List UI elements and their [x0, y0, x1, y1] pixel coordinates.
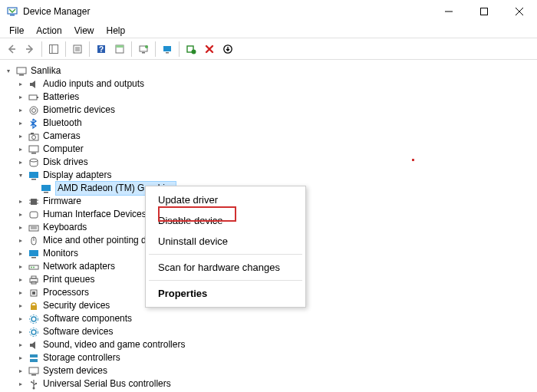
computer-icon [15, 65, 28, 77]
context-menu-item-1[interactable]: Disable device [146, 210, 305, 231]
svg-rect-47 [30, 212, 38, 218]
menu-help[interactable]: Help [100, 24, 132, 38]
tree-category-18[interactable]: ▸Software devices [3, 325, 534, 338]
maximize-button[interactable] [466, 0, 502, 23]
tree-item-label: Cameras [43, 130, 81, 143]
properties-button[interactable] [69, 41, 86, 58]
expand-collapse-icon[interactable]: ▸ [15, 340, 26, 351]
tree-item-label: Bluetooth [43, 117, 82, 130]
expand-collapse-icon[interactable]: ▸ [15, 275, 26, 285]
expand-collapse-icon[interactable]: ▸ [15, 249, 26, 259]
svg-point-74 [31, 381, 32, 383]
expand-collapse-icon[interactable]: ▸ [15, 92, 26, 103]
cpu-icon [28, 287, 40, 299]
context-menu-item-0[interactable]: Update driver [146, 189, 305, 210]
minimize-button[interactable] [431, 0, 466, 23]
menu-view[interactable]: View [68, 24, 100, 38]
expand-collapse-icon[interactable]: ▸ [15, 379, 26, 390]
svg-rect-27 [19, 74, 24, 76]
tree-item-label: Display adapters [43, 169, 111, 182]
device-manager-icon [6, 5, 18, 18]
window-title: Device Manager [23, 6, 431, 17]
tree-item-label: Human Interface Devices [43, 208, 147, 221]
tree-category-22[interactable]: ▸Universal Serial Bus controllers [3, 377, 534, 390]
tree-item-label: Security devices [43, 299, 110, 312]
context-menu-separator [149, 280, 302, 281]
expand-collapse-icon[interactable]: ▸ [15, 79, 26, 90]
tree-item-label: Audio inputs and outputs [43, 77, 144, 91]
tree-root[interactable]: ▾Sanlika [3, 64, 534, 77]
tree-category-17[interactable]: ▸Software components [3, 312, 534, 325]
expand-collapse-icon[interactable]: ▸ [15, 288, 26, 298]
computer-icon [28, 365, 40, 377]
scan-hardware-button[interactable] [135, 41, 152, 58]
svg-point-67 [30, 328, 38, 336]
expand-collapse-icon[interactable]: ▸ [15, 327, 26, 338]
context-menu-item-6[interactable]: Properties [146, 283, 305, 304]
tree-category-4[interactable]: ▸Cameras [3, 130, 534, 143]
expand-collapse-icon[interactable]: ▸ [15, 236, 26, 246]
tree-category-21[interactable]: ▸System devices [3, 364, 534, 377]
printer-icon [28, 274, 40, 286]
toolbar: ? [0, 38, 537, 60]
context-menu-item-4[interactable]: Scan for hardware changes [146, 257, 305, 278]
expand-collapse-icon[interactable]: ▸ [15, 366, 26, 377]
forward-button[interactable] [21, 41, 38, 58]
menu-file[interactable]: File [3, 24, 30, 38]
show-hide-tree-button[interactable] [45, 41, 62, 58]
fingerprint-icon [28, 104, 40, 117]
expand-collapse-icon[interactable]: ▸ [15, 157, 26, 168]
computer-icon [28, 143, 40, 156]
tree-category-0[interactable]: ▸Audio inputs and outputs [3, 77, 534, 91]
tree-item-label: Software devices [43, 325, 113, 338]
svg-rect-36 [31, 153, 36, 154]
svg-rect-19 [142, 52, 145, 54]
menubar: File Action View Help [0, 23, 537, 38]
expand-collapse-icon[interactable]: ▸ [15, 105, 26, 116]
tree-category-3[interactable]: ▸Bluetooth [3, 117, 534, 130]
expand-collapse-icon[interactable]: ▾ [3, 66, 14, 77]
svg-rect-68 [30, 354, 38, 357]
svg-point-64 [31, 317, 36, 321]
svg-text:?: ? [99, 45, 104, 54]
svg-rect-69 [30, 359, 38, 362]
expand-collapse-icon[interactable]: ▸ [15, 118, 26, 129]
svg-rect-35 [29, 146, 38, 152]
expand-collapse-icon[interactable]: ▸ [15, 222, 26, 233]
help-button[interactable]: ? [93, 41, 110, 58]
tree-item-label: Universal Serial Bus controllers [43, 377, 171, 390]
expand-collapse-icon[interactable]: ▸ [15, 209, 26, 220]
disable-button[interactable] [201, 41, 218, 58]
tree-category-20[interactable]: ▸Storage controllers [3, 351, 534, 364]
expand-collapse-icon[interactable]: ▸ [15, 144, 26, 155]
context-menu-item-2[interactable]: Uninstall device [146, 231, 305, 252]
enable-button[interactable] [219, 41, 236, 58]
tree-item-label: Print queues [43, 273, 94, 286]
expand-collapse-icon[interactable]: ▸ [15, 353, 26, 364]
expand-collapse-icon[interactable]: ▸ [15, 196, 26, 207]
back-button[interactable] [3, 41, 20, 58]
tree-category-7[interactable]: ▾Display adapters [3, 169, 534, 182]
update-driver-button[interactable] [159, 41, 176, 58]
tree-item-label: Network adapters [43, 260, 115, 273]
tree-category-5[interactable]: ▸Computer [3, 143, 534, 156]
tree-category-6[interactable]: ▸Disk drives [3, 156, 534, 169]
tree-item-label: Computer [43, 143, 84, 156]
svg-rect-3 [481, 8, 488, 15]
tree-category-1[interactable]: ▸Batteries [3, 91, 534, 104]
expand-collapse-icon[interactable]: ▸ [15, 262, 26, 272]
expand-collapse-icon[interactable]: ▸ [15, 131, 26, 142]
expand-collapse-icon[interactable]: ▸ [15, 301, 26, 311]
uninstall-button[interactable] [183, 41, 199, 58]
svg-rect-17 [116, 45, 124, 48]
view-button[interactable] [111, 41, 128, 58]
expand-collapse-icon[interactable]: ▾ [15, 170, 26, 181]
expand-collapse-icon[interactable] [28, 183, 38, 194]
tree-category-19[interactable]: ▸Sound, video and game controllers [3, 338, 534, 351]
expand-collapse-icon[interactable]: ▸ [15, 314, 26, 324]
close-button[interactable] [502, 0, 537, 23]
svg-rect-71 [31, 374, 36, 376]
camera-icon [28, 130, 40, 143]
tree-category-2[interactable]: ▸Biometric devices [3, 104, 534, 117]
menu-action[interactable]: Action [30, 24, 68, 38]
